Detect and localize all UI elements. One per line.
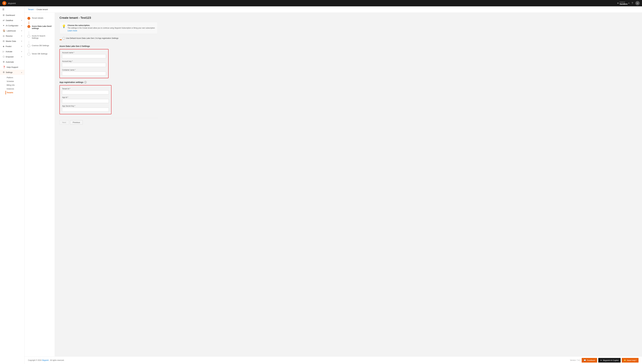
feedback-icon: 💬	[584, 359, 586, 362]
breadcrumb-parent[interactable]: Tenant	[28, 8, 34, 10]
activate-icon: ▷	[3, 50, 5, 53]
sidebar-sub-item-schedule[interactable]: Schedule	[6, 80, 25, 83]
resolve-chevron-icon: ▾	[21, 35, 22, 37]
account-name-input[interactable]	[62, 54, 106, 58]
empower-icon: ⬡	[3, 56, 5, 58]
sidebar-item-master-data[interactable]: ⊟ Master Data ▾	[0, 38, 25, 44]
sidebar-label-dataflow: Dataflow	[6, 19, 13, 22]
sidebar-label-automate: Automate	[6, 61, 14, 63]
container-name-input[interactable]	[62, 72, 106, 76]
dataflow-icon: ⇄	[3, 19, 5, 22]
breadcrumb: Tenant > Create tenant	[25, 6, 642, 13]
sidebar-label-activate: Activate	[6, 50, 12, 53]
master-data-icon: ⊟	[3, 40, 5, 42]
app-secret-key-input[interactable]	[62, 108, 109, 112]
sidebar-item-resolve[interactable]: ◎ Resolve ▾	[0, 33, 25, 38]
app-id-input[interactable]	[62, 99, 109, 103]
app-secret-key-label: App Secret Key *	[62, 105, 109, 107]
sidebar-sub-item-billing-info[interactable]: Billing Info	[6, 83, 25, 87]
sidebar-item-dashboard[interactable]: ⊞ Dashboard	[0, 12, 25, 18]
sidebar-label-master-data: Master Data	[6, 40, 16, 42]
sidebar-label-lakehouse: Lakehouse	[7, 30, 16, 32]
sidebar-item-activate[interactable]: ▷ Activate ▾	[0, 49, 25, 54]
settings-chevron-icon: ▴	[21, 72, 22, 73]
checkbox-container: ➡ Use Default Azure Data Lake Gen 2 & Ap…	[60, 37, 637, 42]
ai-configurator-icon: ✦	[3, 24, 5, 27]
avatar[interactable]: U	[635, 1, 640, 5]
sidebar-label-empower: Empower	[6, 56, 14, 58]
info-box-title: Choose the subscription.	[68, 24, 155, 26]
sidebar-item-empower[interactable]: ⬡ Empower ▾	[0, 54, 25, 59]
help-icon[interactable]: ?	[631, 2, 633, 5]
app-reg-section-title: App registration settings	[60, 81, 84, 84]
form-group-tenant-id: Tenant Id *	[62, 88, 109, 94]
wizard-step-circle-4	[28, 44, 30, 47]
predict-chevron-icon: ▾	[21, 46, 22, 47]
info-box-learn-more-link[interactable]: Learn more	[68, 30, 77, 32]
wizard-step-circle-1: ✓	[28, 17, 30, 20]
version-text: Version: 7.4.1	[570, 359, 580, 361]
instance-selector[interactable]: 🖥 Instance Sandbox ▾	[617, 1, 629, 5]
automate-icon: ⚙	[3, 60, 5, 63]
tenant-id-input[interactable]	[62, 90, 109, 94]
sidebar-item-help-support[interactable]: ❓ Help+Support	[0, 64, 25, 70]
app-id-label: App Id *	[62, 96, 109, 98]
default-settings-label[interactable]: Use Default Azure Data Lake Gen 2 & App …	[66, 37, 119, 39]
azure-section-title: Azure Data Lake Gen 2 Settings	[60, 45, 637, 47]
lakehouse-icon: 🏠	[3, 30, 6, 32]
sidebar-label-resolve: Resolve	[6, 35, 13, 37]
form-content: Create tenant - Test123 💡 Choose the sub…	[55, 13, 642, 356]
info-box: 💡 Choose the subscription. The settings …	[60, 22, 158, 34]
page-body: ✓ Tenant details ● Azure Data Lake Gen2 …	[25, 13, 642, 356]
wizard-steps-panel: ✓ Tenant details ● Azure Data Lake Gen2 …	[25, 13, 55, 356]
sidebar-hamburger[interactable]: ☰	[0, 6, 25, 12]
footer-copyright: Copyright © 2024 Skypoint . All rights r…	[28, 359, 64, 361]
ai-configurator-chevron-icon: ▾	[21, 25, 22, 26]
wizard-connector-1	[29, 22, 29, 24]
app-reg-info-icon[interactable]: i	[84, 81, 87, 84]
copilot-button[interactable]: ✦ Skypoint AI Copilot	[598, 358, 620, 362]
settings-submenu: Platform Schedule Billing Info Instances…	[0, 75, 25, 95]
footer-brand-link[interactable]: Skypoint	[42, 359, 49, 361]
sidebar-sub-item-tenants[interactable]: Tenants	[6, 91, 25, 94]
instance-label: Instance	[620, 1, 627, 3]
container-name-label: Container name *	[62, 69, 106, 71]
sidebar-item-dataflow[interactable]: ⇄ Dataflow ▾	[0, 18, 25, 23]
form-group-app-secret-key: App Secret Key *	[62, 105, 109, 112]
sidebar-label-settings: Settings	[6, 71, 13, 74]
activate-chevron-icon: ▾	[21, 51, 22, 52]
help-bell-icon: 🔔	[624, 359, 626, 362]
app-reg-section: Tenant Id * App Id * App Secret Key *	[60, 85, 112, 114]
app-reg-title-row: App registration settings i	[60, 81, 637, 84]
tenant-id-label: Tenant Id *	[62, 88, 109, 90]
wizard-step-label-2: Azure Data Lake Gen2 settings	[32, 25, 52, 30]
form-group-container-name: Container name *	[62, 69, 106, 76]
form-action-bar: Next Previous	[60, 118, 158, 124]
sidebar-sub-item-instances[interactable]: Instances	[6, 87, 25, 91]
wizard-step-tenant-details: ✓ Tenant details	[28, 17, 52, 20]
next-button[interactable]: Next	[60, 120, 69, 124]
sidebar-item-settings[interactable]: ⚙ Settings ▴	[0, 70, 25, 75]
sidebar-item-ai-configurator[interactable]: ✦ AI Configurator ▾	[0, 23, 25, 28]
previous-button[interactable]: Previous	[70, 120, 83, 124]
default-settings-checkbox[interactable]	[63, 37, 65, 39]
topbar: S skypoint 🖥 Instance Sandbox ▾ ? U	[0, 0, 642, 6]
instance-name: Sandbox	[620, 3, 627, 5]
account-key-label: Account key *	[62, 60, 106, 62]
instance-icon: 🖥	[617, 2, 619, 4]
master-data-chevron-icon: ▾	[21, 40, 22, 42]
sidebar-label-help-support: Help+Support	[7, 66, 18, 68]
sidebar-item-predict[interactable]: ◈ Predict ▾	[0, 44, 25, 49]
predict-icon: ◈	[3, 45, 5, 48]
sidebar-item-lakehouse[interactable]: 🏠 Lakehouse ▾	[0, 28, 25, 33]
checkbox-row: Use Default Azure Data Lake Gen 2 & App …	[63, 37, 119, 39]
app-name: skypoint	[8, 2, 16, 4]
dataflow-chevron-icon: ▾	[21, 20, 22, 21]
feedback-button[interactable]: 💬 Feedback	[582, 358, 597, 362]
sidebar-item-automate[interactable]: ⚙ Automate	[0, 59, 25, 64]
settings-icon: ⚙	[3, 71, 5, 74]
account-key-input[interactable]	[62, 63, 106, 67]
info-box-description: The settings in the Create tenant allow …	[68, 27, 155, 29]
help-button[interactable]: 🔔 Need help?	[622, 358, 639, 362]
sidebar-sub-item-platform[interactable]: Platform	[6, 76, 25, 80]
